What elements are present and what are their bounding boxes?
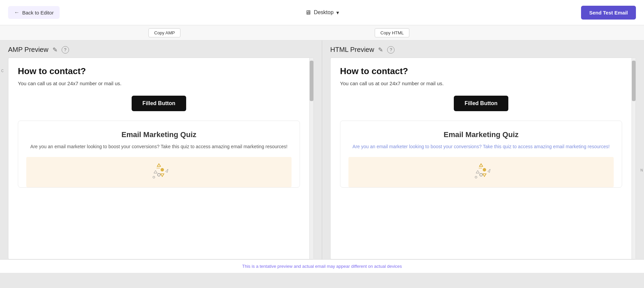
amp-preview-frame: How to contact? You can call us at our 2…: [8, 58, 314, 259]
desktop-label: Desktop: [314, 9, 334, 15]
html-quiz-desc: Are you an email marketer looking to boo…: [348, 143, 614, 150]
html-quiz-card: Email Marketing Quiz Are you an email ma…: [340, 121, 622, 188]
amp-preview-title: AMP Preview: [8, 46, 48, 54]
copy-amp-wrapper: Copy AMP: [148, 28, 180, 37]
html-email-heading: How to contact?: [340, 66, 622, 76]
back-to-editor-button[interactable]: ← Back to Editor: [8, 6, 60, 19]
copy-amp-label: Copy AMP: [154, 30, 175, 35]
html-scrollbar[interactable]: [632, 58, 636, 259]
amp-email-heading: How to contact?: [18, 66, 300, 76]
copy-html-label: Copy HTML: [380, 30, 404, 35]
svg-point-3: [158, 173, 160, 176]
status-bar: This is a tentative preview and actual e…: [0, 259, 644, 273]
copy-html-wrapper: Copy HTML: [375, 28, 409, 37]
svg-point-13: [475, 176, 477, 178]
html-preview-title: HTML Preview: [330, 46, 374, 54]
send-test-label: Send Test Email: [589, 10, 628, 15]
html-scrollbar-thumb: [632, 61, 636, 101]
toolbar-row: Copy AMP Copy HTML: [0, 25, 644, 40]
copy-amp-button[interactable]: Copy AMP: [148, 28, 180, 37]
copy-html-button[interactable]: Copy HTML: [375, 28, 409, 37]
svg-marker-2: [154, 170, 157, 173]
left-edge-tab: C: [0, 66, 5, 76]
html-button-label: Filled Button: [465, 100, 498, 106]
amp-scrollbar[interactable]: [309, 58, 313, 259]
amp-quiz-illustration: [147, 163, 171, 182]
back-button-label: Back to Editor: [22, 10, 54, 15]
svg-marker-15: [488, 169, 490, 172]
html-quiz-image: [348, 157, 614, 187]
amp-filled-button[interactable]: Filled Button: [132, 96, 186, 111]
right-letter-text: N: [640, 168, 643, 172]
amp-quiz-card: Email Marketing Quiz Are you an email ma…: [18, 121, 300, 188]
html-preview-header: HTML Preview ✎ ?: [330, 40, 636, 58]
svg-marker-4: [161, 174, 164, 177]
amp-button-label: Filled Button: [142, 100, 175, 106]
amp-help-icon[interactable]: ?: [62, 46, 69, 54]
header: ← Back to Editor 🖥 Desktop ▾ Send Test E…: [0, 0, 644, 25]
html-preview-panel: HTML Preview ✎ ? How to contact? You can…: [322, 40, 644, 259]
html-quiz-title: Email Marketing Quiz: [348, 130, 614, 139]
svg-marker-12: [483, 174, 486, 177]
amp-edit-icon[interactable]: ✎: [53, 46, 58, 54]
svg-point-9: [483, 168, 486, 171]
arrow-left-icon: ←: [14, 9, 20, 15]
html-quiz-illustration: [469, 163, 493, 182]
svg-marker-0: [157, 164, 161, 166]
send-test-email-button[interactable]: Send Test Email: [581, 6, 636, 20]
amp-frame-content: How to contact? You can call us at our 2…: [8, 58, 313, 196]
desktop-selector[interactable]: 🖥 Desktop ▾: [305, 9, 339, 16]
html-email-subtext: You can call us at our 24x7 number or ma…: [340, 81, 622, 86]
amp-scrollbar-thumb: [310, 61, 313, 101]
svg-marker-8: [479, 164, 483, 166]
status-message: This is a tentative preview and actual e…: [242, 264, 402, 269]
svg-point-11: [480, 173, 482, 176]
html-filled-button[interactable]: Filled Button: [454, 96, 508, 111]
amp-preview-panel: AMP Preview ✎ ? How to contact? You can …: [0, 40, 322, 259]
amp-email-subtext: You can call us at our 24x7 number or ma…: [18, 81, 300, 86]
svg-point-1: [161, 168, 164, 171]
svg-marker-7: [166, 169, 168, 172]
svg-point-5: [153, 176, 155, 178]
amp-preview-header: AMP Preview ✎ ?: [8, 40, 314, 58]
amp-quiz-title: Email Marketing Quiz: [26, 130, 292, 139]
amp-quiz-image: [26, 157, 292, 187]
html-preview-frame: How to contact? You can call us at our 2…: [330, 58, 636, 259]
html-help-icon[interactable]: ?: [387, 46, 395, 54]
html-frame-content: How to contact? You can call us at our 2…: [331, 58, 636, 196]
preview-area: AMP Preview ✎ ? How to contact? You can …: [0, 40, 644, 259]
html-edit-icon[interactable]: ✎: [378, 46, 383, 54]
right-edge-letter: N: [639, 165, 644, 175]
svg-marker-10: [476, 170, 479, 173]
chevron-down-icon: ▾: [336, 9, 339, 16]
amp-quiz-desc: Are you an email marketer looking to boo…: [26, 143, 292, 150]
monitor-icon: 🖥: [305, 9, 311, 16]
left-tab-text: C: [1, 69, 3, 73]
